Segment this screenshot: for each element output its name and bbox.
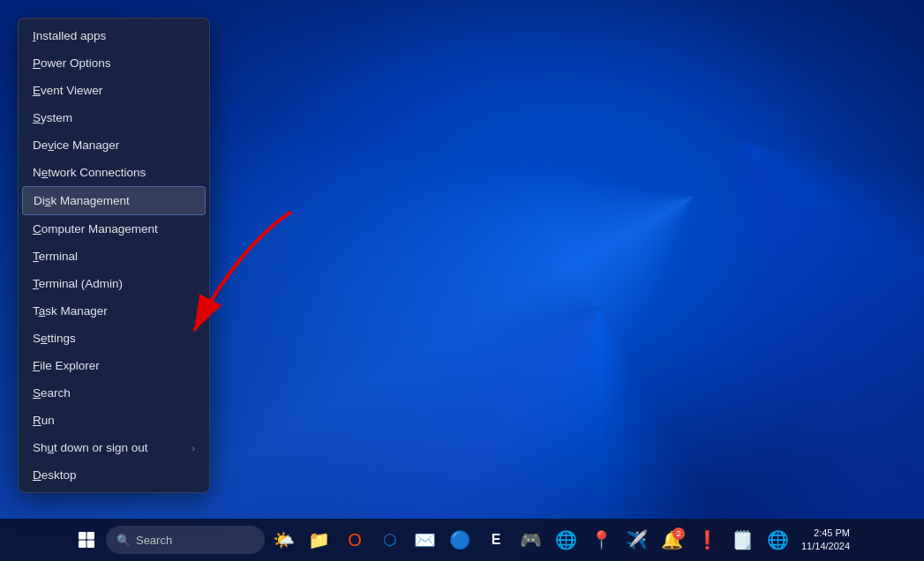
menu-item-label-event-viewer: Event Viewer (33, 84, 195, 97)
taskbar-icon-maps[interactable]: 📍 (586, 524, 618, 556)
taskbar-icon-notification[interactable]: 🔔 2 (657, 524, 688, 556)
search-icon: 🔍 (116, 534, 131, 547)
taskbar-icon-microsoft365[interactable]: ⬡ (374, 524, 406, 556)
menu-item-label-disk-management: Disk Management (34, 194, 194, 207)
taskbar-icon-steam[interactable]: 🎮 (515, 524, 547, 556)
menu-item-label-file-explorer: File Explorer (33, 359, 195, 372)
menu-item-installed-apps[interactable]: Installed apps (19, 22, 209, 49)
time-text: 2:45 PM (814, 527, 850, 540)
taskbar-search-label: Search (136, 534, 172, 547)
menu-item-label-computer-management: Computer Management (33, 222, 195, 236)
start-button[interactable] (71, 524, 102, 556)
menu-item-label-power-options: Power Options (33, 56, 195, 70)
menu-item-label-terminal: Terminal (33, 250, 195, 263)
desktop: Installed appsPower OptionsEvent ViewerS… (0, 0, 924, 561)
system-tray: 2:45 PM 11/14/2024 (798, 527, 853, 554)
menu-item-device-manager[interactable]: Device Manager (19, 131, 209, 159)
menu-item-label-system: System (33, 111, 195, 124)
taskbar-icon-epic[interactable]: E (480, 524, 512, 556)
date-text: 11/14/2024 (801, 540, 850, 553)
menu-item-desktop[interactable]: Desktop (19, 461, 209, 489)
menu-item-computer-management[interactable]: Computer Management (19, 215, 209, 243)
menu-item-arrow-shut-down: › (192, 443, 195, 453)
taskbar-icon-notes[interactable]: 🗒️ (727, 524, 759, 556)
taskbar-icon-app1[interactable]: ❗ (692, 524, 724, 556)
svg-rect-4 (86, 541, 94, 549)
svg-rect-3 (79, 541, 86, 549)
menu-item-settings[interactable]: Settings (19, 325, 209, 352)
menu-item-network-connections[interactable]: Network Connections (19, 159, 209, 186)
menu-item-file-explorer[interactable]: File Explorer (19, 352, 209, 379)
taskbar-center: 🔍 Search 🌤️ 📁 O ⬡ ✉️ 🔵 E (71, 524, 853, 556)
taskbar-icon-cortana[interactable]: 🔵 (445, 524, 477, 556)
menu-item-shut-down[interactable]: Shut down or sign out› (19, 434, 209, 461)
menu-item-event-viewer[interactable]: Event Viewer (19, 77, 209, 104)
taskbar: 🔍 Search 🌤️ 📁 O ⬡ ✉️ 🔵 E (0, 519, 924, 561)
clock[interactable]: 2:45 PM 11/14/2024 (798, 527, 853, 554)
menu-item-label-search: Search (33, 386, 195, 400)
taskbar-icon-lan[interactable]: 🌐 (551, 524, 582, 556)
taskbar-icon-chrome[interactable]: 🌐 (762, 524, 794, 556)
menu-item-label-terminal-admin: Terminal (Admin) (33, 277, 195, 290)
menu-item-system[interactable]: System (19, 104, 209, 131)
menu-item-search[interactable]: Search (19, 379, 209, 407)
menu-item-label-task-manager: Task Manager (33, 304, 195, 318)
menu-item-label-device-manager: Device Manager (33, 138, 195, 152)
menu-item-power-options[interactable]: Power Options (19, 49, 209, 77)
context-menu: Installed appsPower OptionsEvent ViewerS… (18, 18, 210, 493)
menu-item-terminal-admin[interactable]: Terminal (Admin) (19, 270, 209, 297)
svg-rect-1 (79, 532, 86, 540)
taskbar-icon-telegram[interactable]: ✈️ (621, 524, 653, 556)
menu-item-task-manager[interactable]: Task Manager (19, 297, 209, 325)
menu-item-disk-management[interactable]: Disk Management (22, 186, 206, 215)
taskbar-icon-widgets[interactable]: 🌤️ (268, 524, 300, 556)
menu-item-label-run: Run (33, 414, 195, 427)
taskbar-icon-file-explorer[interactable]: 📁 (304, 524, 335, 556)
menu-item-run[interactable]: Run (19, 407, 209, 434)
notification-count: 2 (672, 527, 685, 540)
menu-item-label-shut-down: Shut down or sign out (33, 441, 192, 454)
menu-item-label-desktop: Desktop (33, 468, 195, 482)
menu-item-terminal[interactable]: Terminal (19, 243, 209, 270)
menu-item-label-settings: Settings (33, 332, 195, 345)
menu-item-label-network-connections: Network Connections (33, 166, 195, 179)
taskbar-search[interactable]: 🔍 Search (106, 526, 265, 554)
taskbar-icon-opera[interactable]: O (339, 524, 371, 556)
menu-item-label-installed-apps: Installed apps (33, 29, 195, 42)
taskbar-icon-mail[interactable]: ✉️ (409, 524, 441, 556)
svg-rect-2 (86, 532, 94, 540)
